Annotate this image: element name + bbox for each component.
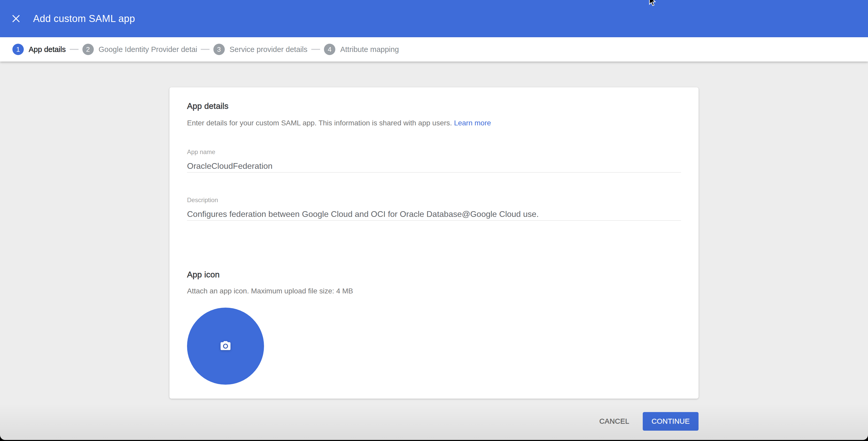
app-icon-upload-button[interactable]	[187, 307, 264, 385]
description-field[interactable]: Description Configures federation betwee…	[187, 197, 681, 221]
card-section-description: Enter details for your custom SAML app. …	[187, 118, 681, 128]
step-2-circle: 2	[83, 44, 94, 55]
card-section-title: App details	[187, 101, 681, 111]
step-attribute-mapping[interactable]: 4 Attribute mapping	[324, 44, 399, 55]
step-3-label: Service provider details	[230, 45, 307, 54]
learn-more-link[interactable]: Learn more	[454, 119, 491, 127]
app-name-field[interactable]: App name OracleCloudFederation	[187, 148, 681, 173]
dialog-title: Add custom SAML app	[33, 13, 135, 24]
step-1-label: App details	[29, 45, 66, 54]
description-label: Description	[187, 197, 681, 204]
step-connector	[201, 49, 210, 50]
cancel-button[interactable]: CANCEL	[599, 417, 629, 425]
dialog-actions: CANCEL CONTINUE	[169, 412, 699, 431]
step-connector	[311, 49, 320, 50]
camera-icon	[220, 340, 231, 352]
step-4-label: Attribute mapping	[340, 45, 399, 54]
description-input[interactable]: Configures federation between Google Clo…	[187, 208, 681, 221]
step-app-details[interactable]: 1 App details	[12, 44, 66, 55]
step-3-circle: 3	[213, 44, 225, 55]
description-text: Enter details for your custom SAML app. …	[187, 119, 452, 127]
app-icon-title: App icon	[187, 269, 681, 280]
step-2-label: Google Identity Provider details	[99, 45, 197, 54]
app-icon-description: Attach an app icon. Maximum upload file …	[187, 286, 681, 296]
mouse-cursor	[649, 0, 656, 7]
stepper: 1 App details 2 Google Identity Provider…	[0, 37, 868, 61]
app-name-input[interactable]: OracleCloudFederation	[187, 160, 681, 173]
step-google-idp-details[interactable]: 2 Google Identity Provider details	[83, 44, 197, 55]
close-button[interactable]	[12, 14, 20, 23]
app-name-label: App name	[187, 148, 681, 156]
continue-button[interactable]: CONTINUE	[643, 412, 699, 431]
step-service-provider-details[interactable]: 3 Service provider details	[213, 44, 307, 55]
step-4-circle: 4	[324, 44, 335, 55]
app-details-card: App details Enter details for your custo…	[169, 87, 699, 399]
dialog-screen: Add custom SAML app 1 App details 2 Goog…	[0, 0, 868, 440]
dialog-header: Add custom SAML app	[0, 0, 868, 37]
step-1-circle: 1	[12, 44, 24, 55]
close-icon	[12, 14, 20, 23]
step-connector	[70, 49, 79, 50]
